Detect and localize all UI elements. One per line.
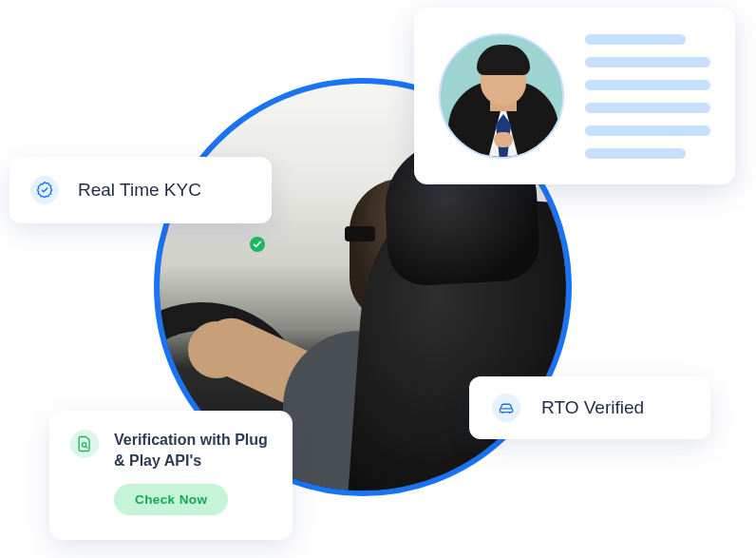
placeholder-line (585, 80, 710, 90)
verified-badge-icon (30, 176, 59, 204)
api-title: Verification with Plug & Play API's (114, 430, 272, 471)
id-card (414, 8, 735, 184)
placeholder-line (585, 57, 710, 67)
placeholder-line (585, 148, 686, 159)
check-now-button[interactable]: Check Now (114, 484, 228, 515)
id-placeholder-lines (585, 34, 710, 159)
svg-point-3 (509, 412, 511, 414)
kyc-label: Real Time KYC (78, 180, 201, 201)
kyc-card: Real Time KYC (9, 157, 272, 223)
car-icon (492, 394, 520, 422)
svg-rect-1 (500, 409, 512, 413)
avatar (439, 33, 564, 159)
document-search-icon (70, 430, 99, 458)
svg-point-2 (501, 412, 503, 414)
placeholder-line (585, 125, 710, 136)
rto-label: RTO Verified (541, 397, 644, 418)
check-icon (249, 236, 266, 253)
api-card: Verification with Plug & Play API's Chec… (49, 411, 293, 540)
placeholder-line (585, 103, 710, 113)
rto-card: RTO Verified (469, 376, 710, 439)
placeholder-line (585, 34, 686, 45)
